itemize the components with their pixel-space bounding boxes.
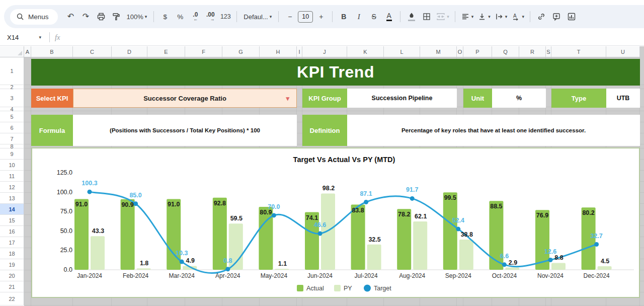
column-header-K[interactable]: K: [347, 46, 384, 57]
row-header-22[interactable]: 22: [0, 292, 24, 305]
insert-chart-button[interactable]: [565, 10, 579, 24]
italic-button[interactable]: I: [352, 10, 366, 24]
currency-format-button[interactable]: $: [158, 10, 172, 24]
column-header-S[interactable]: S: [546, 46, 551, 57]
toolbar-divider: [278, 11, 279, 22]
column-header-Q[interactable]: Q: [492, 46, 519, 57]
select-all-corner[interactable]: [0, 46, 24, 57]
percent-format-button[interactable]: %: [173, 10, 187, 24]
vertical-align-button[interactable]: ▾: [476, 10, 492, 24]
horizontal-align-button[interactable]: ▾: [459, 10, 475, 24]
print-button[interactable]: [94, 10, 108, 24]
row-header-4[interactable]: 4: [0, 107, 24, 111]
plus-icon: +: [319, 13, 323, 21]
kpi-dropdown[interactable]: Successor Coverage Ratio ▾: [73, 89, 297, 108]
column-header-U[interactable]: U: [606, 46, 640, 57]
text-wrap-button[interactable]: ▾: [493, 10, 509, 24]
insert-comment-button[interactable]: [549, 10, 564, 24]
strikethrough-button[interactable]: S: [367, 10, 381, 24]
column-header-D[interactable]: D: [112, 46, 147, 57]
chevron-down-icon: ▾: [39, 35, 41, 40]
vertical-align-icon: [477, 12, 487, 21]
undo-button[interactable]: ↶: [64, 10, 78, 24]
merge-cells-button[interactable]: ▾: [435, 10, 451, 24]
row-header-3[interactable]: 3: [0, 89, 24, 107]
column-header-R[interactable]: R: [519, 46, 546, 57]
svg-text:10.3: 10.3: [176, 250, 188, 257]
row-header-5[interactable]: 5: [0, 111, 24, 122]
align-left-icon: [461, 12, 470, 21]
formula-bar: X14 ▾ fx: [0, 29, 644, 46]
svg-text:87.1: 87.1: [360, 190, 372, 197]
font-select[interactable]: Defaul... ▾: [241, 10, 274, 24]
svg-text:74.1: 74.1: [306, 214, 318, 221]
row-header-18[interactable]: 18: [0, 248, 24, 259]
row-header-15[interactable]: 15: [0, 215, 24, 226]
row-header-13[interactable]: 13: [0, 193, 24, 204]
decrease-decimal-button[interactable]: .0←: [188, 10, 202, 24]
chevron-down-icon: ▾: [471, 14, 474, 19]
row-header-11[interactable]: 11: [0, 171, 24, 182]
redo-button[interactable]: ↷: [79, 10, 93, 24]
text-wrap-icon: [495, 12, 504, 21]
row-header-8[interactable]: 8: [0, 144, 24, 148]
italic-icon: I: [358, 13, 360, 21]
decrease-font-size-button[interactable]: −: [283, 10, 297, 24]
column-header-T[interactable]: T: [551, 46, 606, 57]
column-header-O[interactable]: O: [457, 46, 463, 57]
row-header-9[interactable]: 9: [0, 148, 24, 160]
row-header-6[interactable]: 6: [0, 122, 24, 133]
name-box[interactable]: X14 ▾: [0, 34, 44, 41]
svg-text:25.0: 25.0: [60, 247, 72, 254]
row-header-1[interactable]: 1: [0, 57, 24, 85]
comment-icon: [552, 12, 561, 21]
svg-text:1.8: 1.8: [140, 260, 148, 267]
row-header-12[interactable]: 12: [0, 182, 24, 193]
column-header-J[interactable]: J: [302, 46, 347, 57]
increase-font-size-button[interactable]: +: [314, 10, 328, 24]
svg-text:59.5: 59.5: [230, 215, 243, 222]
row-header-14[interactable]: 14: [0, 204, 24, 215]
insert-link-button[interactable]: [534, 10, 548, 24]
column-header-B[interactable]: B: [31, 46, 73, 57]
column-header-A[interactable]: A: [24, 46, 31, 57]
zoom-value: 100%: [127, 13, 143, 21]
dropdown-arrow-icon[interactable]: ▾: [286, 95, 289, 102]
column-header-H[interactable]: H: [260, 46, 297, 57]
more-formats-button[interactable]: 123: [218, 10, 232, 24]
print-icon: [97, 12, 106, 21]
column-header-P[interactable]: P: [463, 46, 492, 57]
chevron-down-icon: ▾: [488, 14, 491, 19]
text-color-icon: A: [386, 12, 392, 21]
menus-search[interactable]: Menus: [10, 9, 58, 25]
row-header-21[interactable]: 21: [0, 281, 24, 292]
svg-text:0.0: 0.0: [64, 266, 72, 273]
row-header-19[interactable]: 19: [0, 259, 24, 270]
column-header-I[interactable]: I: [297, 46, 302, 57]
bold-button[interactable]: B: [337, 10, 351, 24]
row-header-20[interactable]: 20: [0, 270, 24, 281]
svg-text:Target Vs Actual Vs PY (MTD): Target Vs Actual Vs PY (MTD): [293, 156, 395, 164]
fill-color-button[interactable]: [405, 10, 419, 24]
row-header-2[interactable]: 2: [0, 85, 24, 89]
toolbar-divider: [455, 11, 455, 22]
font-size-input[interactable]: 10: [298, 11, 313, 23]
column-header-M[interactable]: M: [420, 46, 457, 57]
svg-text:Jul-2024: Jul-2024: [355, 272, 378, 279]
row-header-16[interactable]: 16: [0, 226, 24, 237]
kpi-chart[interactable]: Target Vs Actual Vs PY (MTD)0.025.050.07…: [31, 147, 640, 298]
text-rotation-button[interactable]: A ▾: [510, 10, 526, 24]
text-color-button[interactable]: A: [382, 10, 396, 24]
increase-decimal-button[interactable]: .00→: [203, 10, 217, 24]
column-header-C[interactable]: C: [73, 46, 112, 57]
column-header-L[interactable]: L: [384, 46, 420, 57]
column-header-E[interactable]: E: [147, 46, 185, 57]
column-header-F[interactable]: F: [185, 46, 222, 57]
row-header-17[interactable]: 17: [0, 237, 24, 248]
column-header-G[interactable]: G: [222, 46, 260, 57]
row-header-10[interactable]: 10: [0, 160, 24, 171]
paint-format-button[interactable]: [109, 10, 123, 24]
borders-button[interactable]: [420, 10, 434, 24]
svg-text:4.9: 4.9: [186, 257, 195, 264]
zoom-select[interactable]: 100% ▾: [124, 10, 150, 24]
